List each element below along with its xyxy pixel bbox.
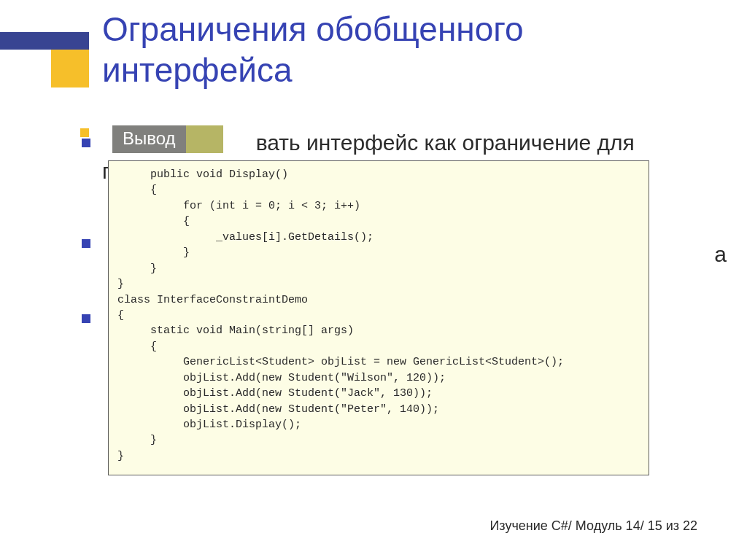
slide-footer: Изучение C#/ Модуль 14/ 15 из 22 bbox=[489, 518, 697, 534]
bullet-marker-icon bbox=[82, 139, 90, 147]
decor-yellow-square bbox=[51, 50, 89, 88]
bullet-marker-icon bbox=[82, 239, 90, 248]
slide-root: Ограничения обобщенного интерфейса Вывод… bbox=[0, 0, 747, 560]
code-block: public void Display() { for (int i = 0; … bbox=[108, 160, 649, 475]
tag-accent-rect bbox=[181, 125, 223, 153]
decor-blue-rect bbox=[0, 32, 89, 50]
bullet-marker-icon bbox=[82, 314, 90, 323]
decor-block bbox=[0, 32, 89, 90]
stray-char: а bbox=[714, 242, 727, 267]
output-tag: Вывод bbox=[112, 125, 186, 153]
slide-title: Ограничения обобщенного интерфейса bbox=[102, 0, 715, 90]
bullet-1-frag: вать интерфейс как ограничение для bbox=[256, 131, 635, 155]
